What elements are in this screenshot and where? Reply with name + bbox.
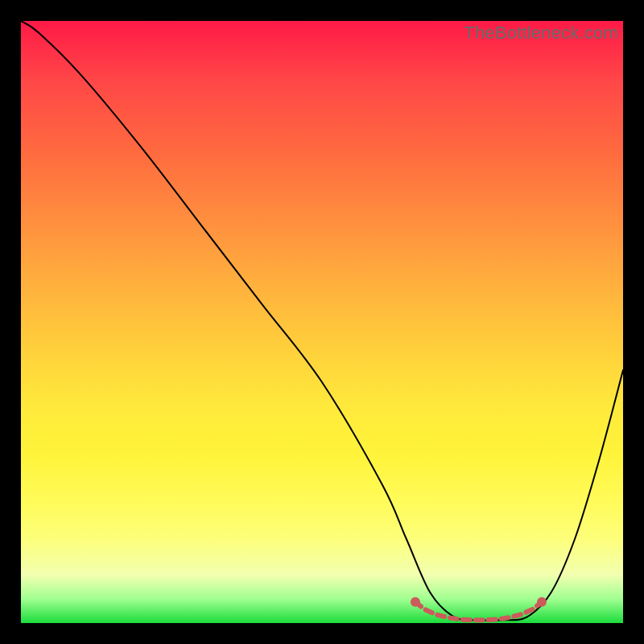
curve-path — [21, 21, 623, 621]
marker-connector — [415, 602, 542, 620]
chart-area: TheBottleneck.com — [21, 21, 623, 623]
marker-endpoint — [411, 597, 420, 607]
marker-endpoint — [537, 597, 547, 607]
line-chart — [21, 21, 623, 623]
